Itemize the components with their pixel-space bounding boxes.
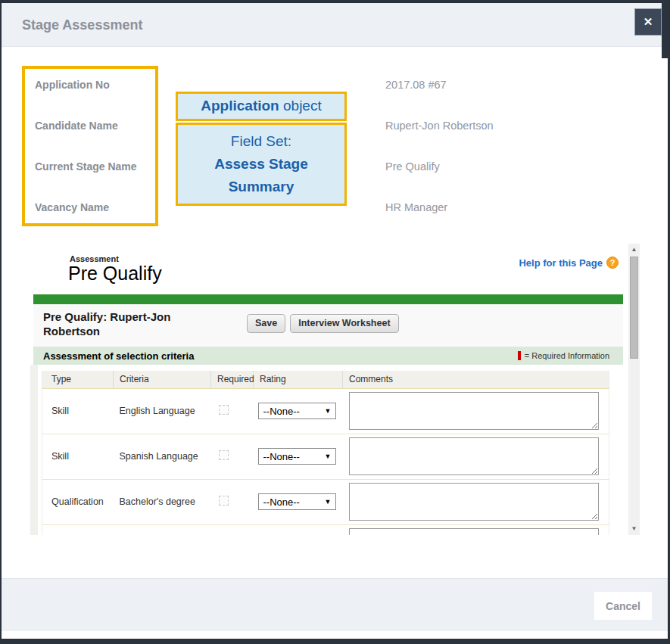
rating-select[interactable]: --None--▼	[258, 403, 336, 419]
scroll-up-icon[interactable]: ▲	[628, 244, 640, 255]
required-checkbox[interactable]	[219, 450, 229, 460]
modal-footer: Cancel	[2, 578, 668, 631]
rating-cell: --None--▼	[254, 524, 343, 535]
criteria-type-cell	[42, 524, 114, 535]
criteria-name-cell	[114, 524, 211, 535]
rating-cell: --None--▼	[254, 479, 343, 524]
comments-textarea[interactable]	[349, 483, 599, 521]
help-link[interactable]: Help for this Page ?	[519, 257, 619, 269]
required-legend-text: = Required Information	[525, 351, 609, 360]
column-header-rating: Rating	[254, 371, 343, 388]
criteria-name-cell: Bachelor's degree	[114, 479, 211, 524]
label-vacancy-name: Vacancy Name	[35, 201, 109, 213]
modal-header: Stage Assessment ✕	[2, 3, 668, 47]
rating-select[interactable]: --None--▼	[258, 448, 336, 465]
criteria-section-title: Assessment of selection criteria	[43, 350, 194, 362]
comments-textarea[interactable]	[349, 392, 599, 430]
label-application-no: Application No	[35, 79, 110, 91]
table-row: QualificationBachelor's degree--None--▼	[42, 479, 609, 524]
rating-select-value: --None--	[263, 406, 300, 417]
interview-worksheet-button[interactable]: Interview Worksheet	[290, 314, 398, 333]
stage-assessment-modal: Stage Assessment ✕ Application No Candid…	[1, 2, 668, 639]
criteria-type-cell: Skill	[42, 434, 114, 479]
annotation-field-set: Field Set: Assess Stage Summary	[176, 123, 347, 206]
assessment-page-title: Pre Qualify	[68, 263, 162, 285]
close-button[interactable]: ✕	[634, 8, 662, 36]
table-left-gutter	[30, 365, 38, 535]
annotation-object-word: object	[279, 98, 322, 114]
required-marker-icon	[518, 351, 521, 360]
comments-cell	[343, 388, 609, 434]
scrollbar-thumb[interactable]	[630, 257, 638, 359]
help-link-text[interactable]: Help for this Page	[519, 257, 603, 269]
record-header-section: Pre Qualify: Rupert-Jon Robertson Save I…	[33, 304, 623, 347]
help-icon[interactable]: ?	[606, 257, 619, 269]
criteria-table-body: SkillEnglish Language--None--▼SkillSpani…	[42, 388, 609, 535]
rating-cell: --None--▼	[254, 434, 343, 479]
label-current-stage-name: Current Stage Name	[35, 160, 137, 173]
page-behind-corner	[662, 2, 668, 58]
table-row: SkillEnglish Language--None--▼	[42, 388, 609, 434]
criteria-type-cell: Qualification	[42, 479, 114, 524]
dropdown-arrow-icon: ▼	[325, 453, 332, 460]
close-icon: ✕	[644, 15, 653, 29]
required-info-legend: = Required Information	[518, 351, 609, 360]
required-cell	[211, 388, 254, 434]
value-current-stage-name: Pre Qualify	[385, 160, 440, 173]
column-header-type: Type	[42, 371, 114, 388]
stage-color-bar	[33, 294, 623, 304]
value-application-no: 2017.08 #67	[385, 79, 447, 91]
criteria-name-cell: Spanish Language	[114, 434, 211, 479]
rating-select-value: --None--	[263, 496, 300, 508]
criteria-table: Type Criteria Required Rating Comments S…	[42, 371, 609, 535]
annotation-object-name: Application	[201, 98, 279, 114]
rating-select[interactable]: --None--▼	[258, 493, 336, 510]
required-cell	[211, 524, 254, 535]
dropdown-arrow-icon: ▼	[325, 407, 332, 415]
value-candidate-name: Rupert-Jon Robertson	[385, 120, 494, 132]
comments-cell	[343, 434, 609, 479]
comments-textarea[interactable]	[349, 437, 599, 475]
assessment-panel: Assessment Pre Qualify Help for this Pag…	[30, 244, 640, 535]
comments-cell	[343, 479, 609, 524]
table-row-partial: --None--▼	[42, 524, 609, 535]
save-button[interactable]: Save	[247, 314, 285, 333]
column-header-comments: Comments	[343, 371, 609, 388]
rating-select-value: --None--	[263, 451, 300, 462]
required-checkbox[interactable]	[219, 496, 229, 506]
annotation-application-object: Application object	[176, 92, 347, 121]
label-candidate-name: Candidate Name	[35, 120, 118, 132]
scroll-down-icon[interactable]: ▼	[628, 524, 640, 534]
rating-cell: --None--▼	[254, 388, 343, 434]
criteria-name-cell: English Language	[114, 388, 211, 434]
value-vacancy-name: HR Manager	[385, 201, 447, 213]
comments-textarea[interactable]	[349, 528, 599, 535]
column-header-criteria: Criteria	[114, 371, 211, 388]
required-cell	[211, 434, 254, 479]
dropdown-arrow-icon: ▼	[325, 498, 332, 506]
annotation-fieldset-label: Field Set:	[178, 130, 344, 153]
comments-cell	[343, 524, 609, 535]
criteria-section-header: Assessment of selection criteria = Requi…	[33, 347, 623, 365]
cancel-button[interactable]: Cancel	[594, 592, 652, 620]
criteria-type-cell: Skill	[42, 388, 114, 434]
required-cell	[211, 479, 254, 524]
panel-scrollbar[interactable]: ▲ ▼	[628, 244, 640, 535]
annotation-fieldset-name-1: Assess Stage	[178, 153, 344, 176]
assessment-panel-content: Assessment Pre Qualify Help for this Pag…	[30, 244, 628, 535]
record-title: Pre Qualify: Rupert-Jon Robertson	[43, 310, 183, 338]
table-row: SkillSpanish Language--None--▼	[42, 434, 609, 479]
table-header-row: Type Criteria Required Rating Comments	[42, 371, 609, 388]
field-labels-highlight-box: Application No Candidate Name Current St…	[22, 66, 158, 226]
annotation-fieldset-name-2: Summary	[178, 176, 344, 198]
required-checkbox[interactable]	[219, 405, 229, 415]
modal-title: Stage Assessment	[22, 17, 142, 33]
record-buttons: Save Interview Worksheet	[247, 314, 399, 333]
column-header-required: Required	[211, 371, 254, 388]
